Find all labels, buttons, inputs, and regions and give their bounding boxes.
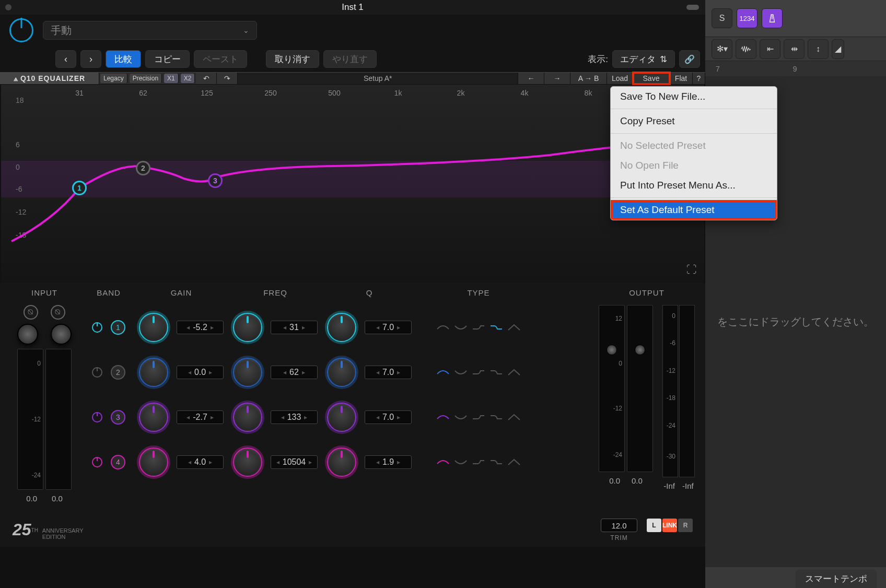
q-value-2[interactable]: 7.0: [365, 366, 412, 379]
save-button[interactable]: Save: [633, 73, 670, 84]
band-2-power[interactable]: [92, 367, 102, 378]
output-l-value[interactable]: 0.0: [609, 476, 620, 485]
daw-count-button[interactable]: 1234: [737, 8, 757, 28]
gain-knob-3[interactable]: [139, 403, 168, 432]
ab-button[interactable]: A → B: [570, 73, 607, 84]
link-icon[interactable]: 🔗: [679, 50, 700, 68]
output-l-fader[interactable]: 12 0 -12 -24: [599, 305, 625, 472]
legacy-button[interactable]: Legacy: [100, 74, 127, 83]
menu-set-default[interactable]: Set As Default Preset: [611, 200, 777, 220]
smart-tempo-tab[interactable]: スマートテンポ: [796, 570, 877, 588]
input-r-fader[interactable]: [45, 349, 72, 490]
input-r-value[interactable]: 0.0: [52, 494, 63, 503]
band-handle-3[interactable]: 3: [208, 173, 223, 188]
type-bell-icon[interactable]: [436, 323, 450, 332]
freq-value-2[interactable]: 62: [271, 366, 318, 379]
gain-value-4[interactable]: 4.0: [177, 455, 224, 469]
type-notch-icon[interactable]: [454, 413, 468, 421]
daw-ruler[interactable]: 7 9: [705, 61, 886, 76]
view-dropdown[interactable]: エディタ ⇅: [612, 50, 675, 68]
input-l-knob[interactable]: [17, 324, 38, 345]
prev-preset-button[interactable]: ‹: [55, 50, 76, 68]
band-1-num[interactable]: 1: [111, 320, 125, 335]
freq-value-3[interactable]: 133: [271, 410, 318, 424]
type-hishelf-icon[interactable]: [472, 458, 485, 466]
type-loshelf-icon[interactable]: [489, 368, 503, 377]
band-4-power[interactable]: [92, 457, 102, 467]
help-button[interactable]: ?: [693, 73, 705, 84]
load-button[interactable]: Load: [607, 73, 633, 84]
input-l-fader[interactable]: 0 -12 -24: [17, 349, 43, 490]
q-knob-1[interactable]: [327, 313, 356, 342]
freq-knob-4[interactable]: [233, 448, 262, 477]
x2-button[interactable]: X2: [181, 74, 195, 83]
menu-put-into[interactable]: Put Into Preset Menu As...: [611, 175, 777, 195]
output-r-fader[interactable]: [627, 305, 653, 472]
type-bell-icon[interactable]: [436, 458, 450, 466]
close-icon[interactable]: [5, 4, 11, 10]
daw-s-button[interactable]: S: [712, 8, 732, 28]
type-hipass-icon[interactable]: [507, 413, 521, 421]
band-handle-1[interactable]: 1: [72, 181, 87, 195]
titlebar[interactable]: Inst 1: [0, 0, 705, 15]
output-r-value[interactable]: 0.0: [632, 476, 643, 485]
daw-snap-icon[interactable]: ⇤: [760, 39, 780, 59]
expand-icon[interactable]: ⛶: [686, 264, 697, 276]
fader-knob-l[interactable]: [607, 345, 617, 355]
type-notch-icon[interactable]: [454, 458, 468, 466]
waves-undo-button[interactable]: ↶: [196, 73, 217, 84]
copy-button[interactable]: コピー: [145, 50, 190, 68]
gain-knob-1[interactable]: [139, 313, 168, 342]
band-handle-2[interactable]: 2: [136, 161, 150, 175]
freq-knob-2[interactable]: [233, 358, 262, 387]
q-value-4[interactable]: 1.9: [365, 455, 412, 469]
compare-button[interactable]: 比較: [106, 50, 141, 68]
freq-knob-1[interactable]: [233, 313, 262, 342]
type-loshelf-icon[interactable]: [489, 323, 503, 332]
preset-dropdown[interactable]: 手動 ⌄: [43, 21, 257, 40]
phase-l-button[interactable]: ⦰: [24, 305, 38, 320]
prev-button[interactable]: ←: [518, 73, 544, 84]
daw-trim-icon[interactable]: ◢: [832, 39, 844, 59]
waves-redo-button[interactable]: ↷: [217, 73, 238, 84]
band-2-num[interactable]: 2: [111, 365, 125, 380]
daw-metronome-button[interactable]: [762, 8, 783, 28]
band-3-power[interactable]: [92, 412, 102, 422]
redo-button[interactable]: やり直す: [323, 50, 377, 68]
gain-knob-2[interactable]: [139, 358, 168, 387]
type-hishelf-icon[interactable]: [472, 323, 485, 332]
band-1-power[interactable]: [92, 322, 102, 333]
menu-save-new[interactable]: Save To New File...: [611, 87, 777, 107]
q-value-1[interactable]: 7.0: [365, 321, 412, 334]
daw-move-icon[interactable]: ↕: [808, 39, 829, 59]
type-hipass-icon[interactable]: [507, 323, 521, 332]
x1-button[interactable]: X1: [164, 74, 179, 83]
q-knob-2[interactable]: [327, 358, 356, 387]
daw-snap2-icon[interactable]: ⇹: [784, 39, 805, 59]
precision-button[interactable]: Precision: [130, 74, 162, 83]
r-button[interactable]: R: [678, 519, 693, 532]
input-r-knob[interactable]: [51, 324, 72, 345]
band-3-num[interactable]: 3: [111, 410, 125, 425]
input-l-value[interactable]: 0.0: [26, 494, 37, 503]
q-knob-3[interactable]: [327, 403, 356, 432]
next-preset-button[interactable]: ›: [80, 50, 101, 68]
type-notch-icon[interactable]: [454, 368, 468, 377]
bypass-pill-icon[interactable]: [686, 5, 699, 10]
type-hipass-icon[interactable]: [507, 458, 521, 466]
band-4-num[interactable]: 4: [111, 455, 125, 469]
type-loshelf-icon[interactable]: [489, 413, 503, 421]
daw-gear-icon[interactable]: ✻▾: [712, 39, 732, 59]
q-value-3[interactable]: 7.0: [365, 410, 412, 424]
freq-knob-3[interactable]: [233, 403, 262, 432]
type-hishelf-icon[interactable]: [472, 413, 485, 421]
undo-button[interactable]: 取り消す: [266, 50, 319, 68]
daw-waveform-icon[interactable]: [736, 39, 756, 59]
freq-value-4[interactable]: 10504: [271, 455, 318, 469]
gain-value-2[interactable]: 0.0: [177, 366, 224, 379]
link-button[interactable]: LINK: [662, 519, 677, 532]
plugin-power-button[interactable]: [5, 14, 38, 46]
type-loshelf-icon[interactable]: [489, 458, 503, 466]
gain-knob-4[interactable]: [139, 448, 168, 477]
type-hishelf-icon[interactable]: [472, 368, 485, 377]
